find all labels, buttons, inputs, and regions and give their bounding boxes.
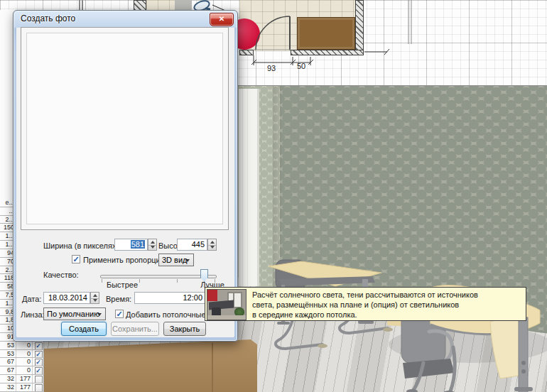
visibility-checkbox[interactable] [35,351,43,358]
spinner-down-icon[interactable] [91,298,99,304]
width-label: Ширина (в пикселях): [43,241,121,250]
cell-value: 0 [16,342,33,349]
thumb-shape [207,290,217,301]
proportions-label: Применить пропорции: [83,256,167,264]
table-row[interactable]: 670 [0,366,44,375]
width-value: 581 [131,240,145,249]
view-dropdown[interactable]: 3D вид [158,254,194,266]
cell-checkbox [33,366,44,374]
visibility-checkbox[interactable] [35,342,43,349]
close-button[interactable]: Закрыть [163,322,206,336]
width-input[interactable]: 581 [114,239,148,251]
cell-value: 67 [0,366,16,374]
thumb-shape [207,315,246,320]
height-stepper[interactable] [207,239,217,251]
create-button[interactable]: Создать [61,322,107,336]
table-row[interactable]: 32177 [0,375,44,383]
cell-value: 67 [0,358,16,366]
cell-checkbox [33,350,44,358]
dimension-93: 93 [263,64,280,72]
date-label: Дата: [22,295,41,303]
cell-value: 177 [16,375,33,383]
time-input[interactable]: 12:00 [134,292,205,304]
save-button[interactable]: Сохранить... [111,322,159,336]
time-label: Время: [106,295,131,303]
photo-preview-panel [21,27,229,230]
spinner-down-icon[interactable] [208,245,216,251]
close-icon[interactable]: ✕ [210,13,234,26]
date-input[interactable]: 18.03.2014 [43,292,90,304]
cell-value: 177 [16,383,33,391]
dialog-title: Создать фото [21,13,75,23]
proportions-checkbox[interactable] [72,255,80,263]
height-input[interactable]: 445 [177,239,207,251]
visibility-checkbox[interactable] [35,359,43,366]
lens-dropdown[interactable]: По умолчанию [43,307,106,320]
cell-value: 0 [16,350,33,358]
ceiling-lights-checkbox[interactable] [115,310,124,318]
tooltip-preview-image [207,289,247,320]
visibility-checkbox[interactable] [35,384,43,391]
quality-fast-label: Быстрее [97,281,147,289]
width-stepper[interactable] [148,239,157,251]
app-window: 93 50 [0,0,547,392]
sunlight-tooltip: Расчёт солнечного света, тени рассчитыва… [205,287,526,321]
cell-value: 32 [0,383,16,391]
cell-value: 0 [16,366,33,374]
date-stepper[interactable] [90,292,99,304]
cell-checkbox [33,358,44,366]
cell-value: 0 [16,358,33,366]
spinner-down-icon[interactable] [148,245,156,251]
cell-checkbox [33,383,44,391]
cell-value: 32 [0,375,16,383]
quality-label: Качество: [43,271,79,279]
dimension-lines [251,0,411,65]
cell-value: 53 [0,350,16,358]
cell-checkbox [33,342,44,349]
dimension-50: 50 [293,62,310,70]
table-row[interactable]: 530 [0,350,44,359]
cell-checkbox [33,375,44,383]
photo-preview-area [26,33,223,224]
table-row[interactable]: 670 [0,358,44,366]
quality-slider-track[interactable] [100,275,217,278]
visibility-checkbox[interactable] [35,367,43,374]
table-row[interactable]: 32177 [0,383,44,392]
lens-label: Линза: [21,310,45,319]
cell-value: 53 [0,342,16,349]
tooltip-text: Расчёт солнечного света, тени рассчитыва… [248,288,482,320]
table-row[interactable]: 530 [0,342,44,350]
door-arc[interactable] [256,16,290,50]
visibility-checkbox[interactable] [35,376,43,383]
